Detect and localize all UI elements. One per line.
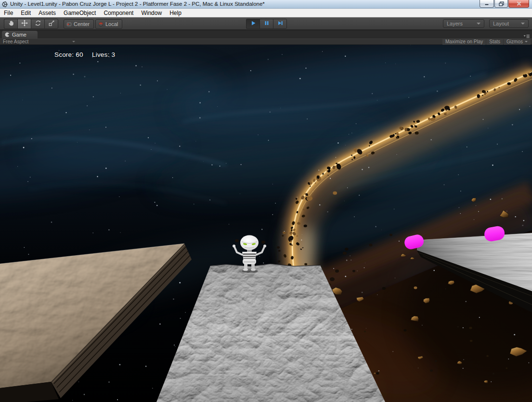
hud-lives: Lives: 3 [92,51,115,58]
rotate-icon [35,20,41,28]
transform-tools [4,19,58,29]
menu-bar: File Edit Assets GameObject Component Wi… [0,9,532,17]
gizmos-label: Gizmos [506,39,523,45]
layout-label: Layout [493,21,509,26]
step-icon [277,20,284,28]
window-title: Unity - Level1.unity - Pabon Cruz Jorge … [10,1,265,7]
chevron-down-icon [525,41,528,42]
hud-score: Score: 60 [54,51,83,58]
rotation-local-button[interactable]: Local [95,19,122,29]
move-icon [21,20,28,28]
game-viewport[interactable]: Score: 60 Lives: 3 [0,45,532,402]
playback-controls [246,19,287,29]
maximize-on-play-label: Maximize on Play [445,39,483,45]
title-bar: Unity - Level1.unity - Pabon Cruz Jorge … [0,0,532,9]
menu-file[interactable]: File [0,9,17,17]
rotation-local-label: Local [105,21,118,27]
menu-help[interactable]: Help [166,9,185,17]
pivot-center-button[interactable]: Center [64,19,94,29]
view-tab-bar: Game [0,30,532,39]
pause-icon [263,20,270,28]
play-button[interactable] [246,19,260,29]
menu-edit[interactable]: Edit [17,9,35,17]
hand-icon [8,20,14,28]
chevron-down-icon [521,23,525,25]
local-axis-icon [98,22,104,27]
aspect-label: Free Aspect [3,39,28,45]
stats-toggle[interactable]: Stats [486,39,503,45]
play-icon [250,20,257,28]
step-button[interactable] [273,19,287,29]
layers-label: Layers [447,21,463,26]
unity-editor-window: Unity - Level1.unity - Pabon Cruz Jorge … [0,0,532,402]
stats-label: Stats [489,39,500,45]
aspect-dropdown[interactable]: Free Aspect [3,39,28,45]
menu-component[interactable]: Component [100,9,137,17]
rotate-tool-button[interactable] [31,19,44,29]
menu-gameobject[interactable]: GameObject [60,9,100,17]
unity-logo-icon [1,1,8,8]
minimize-button[interactable] [480,0,494,8]
chevron-down-icon [72,41,75,42]
scale-tool-button[interactable] [44,19,58,29]
tab-game[interactable]: Game [2,31,38,39]
scale-icon [48,20,55,28]
pivot-icon [66,22,72,27]
tab-game-label: Game [12,32,26,38]
pivot-center-label: Center [74,21,90,27]
game-scene [0,45,532,402]
maximize-on-play-toggle[interactable]: Maximize on Play [442,39,486,45]
restore-button[interactable] [494,0,508,8]
unity-toolbar: Center Local Layers Layout [0,17,532,30]
game-view-toolbar: Free Aspect Maximize on Play Stats Gizmo… [0,39,532,45]
layers-dropdown[interactable]: Layers [443,19,484,28]
pan-tool-button[interactable] [4,19,17,29]
gizmos-dropdown[interactable]: Gizmos [504,39,531,45]
move-tool-button[interactable] [17,19,31,29]
menu-assets[interactable]: Assets [35,9,60,17]
window-controls [479,0,529,8]
menu-window[interactable]: Window [137,9,166,17]
close-button[interactable] [508,0,529,8]
layout-dropdown[interactable]: Layout [489,19,529,28]
game-view-icon [4,32,10,38]
pause-button[interactable] [260,19,273,29]
chevron-down-icon [477,23,480,25]
asteroid [484,380,488,383]
